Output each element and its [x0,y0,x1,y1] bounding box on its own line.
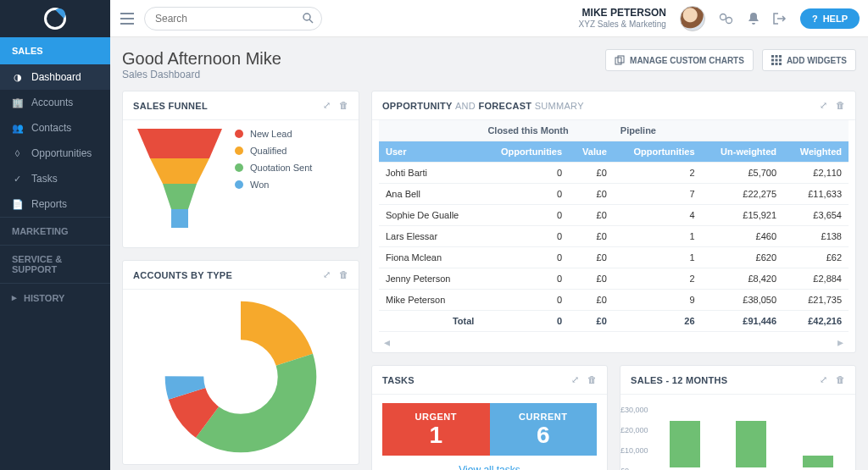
tile-count: 1 [386,422,487,449]
svg-rect-8 [771,59,774,62]
sidebar-item-label: Dashboard [31,71,81,83]
chevron-right-icon[interactable]: ▸ [837,335,843,349]
logout-icon[interactable] [773,13,787,25]
bell-icon[interactable] [748,12,760,25]
search-input[interactable] [144,7,322,30]
expand-icon[interactable]: ⤢ [323,100,331,111]
svg-point-2 [726,17,732,23]
trash-icon[interactable]: 🗑 [339,269,348,280]
col-unweighted[interactable]: Un-weighted [702,141,784,163]
col-weighted[interactable]: Weighted [783,141,849,163]
opportunity-table: Closed this Month Pipeline User Opportun… [379,120,849,332]
svg-rect-7 [779,55,782,58]
funnel-legend: New Lead Qualified Quotation Sent Won [235,129,312,196]
card-tasks: TASKS ⤢ 🗑 URGENT 1 [371,365,608,470]
legend-item: Won [235,180,312,190]
col-opp2[interactable]: Opportunities [614,141,702,163]
sidebar-item-reports[interactable]: 📄Reports [0,191,110,217]
avatar[interactable] [680,6,705,31]
sidebar-item-contacts[interactable]: 👥Contacts [0,115,110,141]
card-opportunity-forecast: OPPORTUNITY AND FORECAST SUMMARY ⤢ 🗑 Clo… [371,91,856,353]
search-icon[interactable] [303,13,314,24]
ytick: £20,000 [620,426,648,434]
expand-icon[interactable]: ⤢ [820,100,827,111]
help-button[interactable]: ? HELP [800,8,860,29]
logo[interactable] [0,0,110,37]
sidebar-item-dashboard[interactable]: ◑Dashboard [0,64,110,90]
table-row[interactable]: Jenny Peterson0£02£8,420£2,884 [379,268,849,290]
col-opp[interactable]: Opportunities [481,141,569,163]
sidebar-section-label: HISTORY [24,293,64,303]
bar-column[interactable]: 11/2018 [796,456,840,470]
col-user[interactable]: User [379,141,481,163]
sidebar-item-opportunities[interactable]: ◊Opportunities [0,141,110,166]
view-all-tasks-link[interactable]: View all tasks [382,461,597,470]
svg-rect-17 [171,209,188,228]
svg-rect-11 [771,63,774,65]
legend-dot [235,147,243,155]
sidebar-items: ◑Dashboard 🏢Accounts 👥Contacts ◊Opportun… [0,64,110,217]
grid-icon [771,55,782,65]
sidebar-item-accounts[interactable]: 🏢Accounts [0,90,110,115]
table-row[interactable]: Mike Peterson0£09£38,050£21,735 [379,290,849,311]
tile-count: 6 [493,422,594,449]
ytick: £10,000 [620,446,648,455]
card-title: ACCOUNTS BY TYPE [133,270,232,280]
user-company: XYZ Sales & Marketing [579,19,666,29]
sidebar-section-sales[interactable]: SALES [0,37,110,64]
sidebar-item-label: Reports [31,198,67,210]
bar-column[interactable]: 9/2018 [663,421,707,470]
help-label: HELP [823,14,848,24]
bar [670,421,700,467]
sidebar-item-tasks[interactable]: ✓Tasks [0,166,110,191]
expand-icon[interactable]: ⤢ [820,374,827,385]
copy-icon [615,55,625,65]
tile-label: CURRENT [493,412,594,422]
bar-column[interactable]: 10/2018 [729,421,773,470]
sidebar-section-marketing[interactable]: MARKETING [0,217,110,245]
topbar: MIKE PETERSON XYZ Sales & Marketing ? HE… [0,0,868,37]
user-block[interactable]: MIKE PETERSON XYZ Sales & Marketing [579,8,666,28]
table-group-pipeline: Pipeline [614,120,849,141]
help-icon: ? [812,14,818,24]
svg-marker-14 [137,129,222,158]
legend-item: New Lead [235,129,312,139]
trash-icon[interactable]: 🗑 [836,100,845,111]
svg-marker-16 [163,184,197,209]
ytick: £0 [620,467,629,470]
topbar-right: MIKE PETERSON XYZ Sales & Marketing ? HE… [579,6,860,31]
building-icon: 🏢 [12,97,23,108]
table-row[interactable]: Johti Barti0£02£5,700£2,110 [379,163,849,184]
manage-charts-button[interactable]: MANAGE CUSTOM CHARTS [605,49,754,71]
sidebar-section-history[interactable]: ▸HISTORY [0,283,110,312]
table-group-closed: Closed this Month [481,120,613,141]
menu-toggle-icon[interactable] [120,13,134,25]
table-row[interactable]: Sophie De Gualle0£04£15,921£3,654 [379,205,849,226]
expand-icon[interactable]: ⤢ [571,374,579,385]
table-row[interactable]: Lars Elessar0£01£460£138 [379,226,849,247]
ytick: £30,000 [620,406,648,414]
users-icon: 👥 [12,123,23,134]
svg-rect-13 [779,63,782,65]
tasks-urgent-tile[interactable]: URGENT 1 [382,403,490,456]
card-title: SALES FUNNEL [133,101,208,111]
legend-label: New Lead [250,129,292,139]
settings-icon[interactable] [719,13,734,25]
tasks-current-tile[interactable]: CURRENT 6 [490,403,598,456]
donut-chart [160,296,321,457]
card-title: SALES - 12 MONTHS [631,375,728,385]
trash-icon[interactable]: 🗑 [587,374,597,385]
trash-icon[interactable]: 🗑 [836,374,845,385]
sidebar-section-service[interactable]: SERVICE & SUPPORT [0,245,110,283]
table-row[interactable]: Fiona Mclean0£01£620£62 [379,247,849,268]
svg-rect-6 [775,55,777,58]
svg-point-1 [720,14,726,19]
page-greeting: Good Afternoon Mike [122,49,281,69]
bulb-icon: ◊ [12,148,23,158]
table-row[interactable]: Ana Bell0£07£22,275£11,633 [379,184,849,205]
add-widgets-button[interactable]: ADD WIDGETS [762,49,856,71]
trash-icon[interactable]: 🗑 [339,100,348,111]
chevron-left-icon[interactable]: ◂ [384,335,390,349]
col-value[interactable]: Value [569,141,614,163]
expand-icon[interactable]: ⤢ [323,269,331,280]
